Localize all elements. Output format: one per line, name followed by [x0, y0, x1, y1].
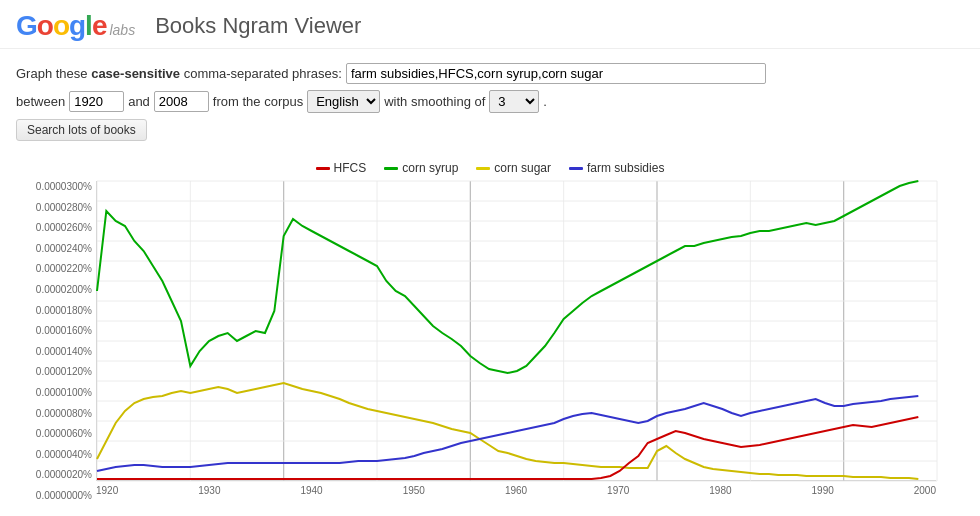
phrase-label-prefix: Graph these [16, 66, 91, 81]
y-axis-label: 0.0000220% [36, 263, 92, 274]
smoothing-label: with smoothing of [384, 94, 485, 109]
x-axis: 192019301940195019601970198019902000 [96, 483, 936, 496]
plot-area [96, 181, 936, 481]
x-axis-label: 1950 [403, 485, 425, 496]
legend-item: farm subsidies [569, 161, 664, 175]
chart-area: HFCScorn syrupcorn sugarfarm subsidies 0… [0, 155, 980, 511]
google-logo: Google [16, 10, 106, 42]
smoothing-select[interactable]: 3 [489, 90, 539, 113]
phrase-label: Graph these case-sensitive comma-separat… [16, 66, 342, 81]
legend-label: farm subsidies [587, 161, 664, 175]
logo-l: l [85, 10, 92, 41]
y-axis: 0.0000300%0.0000280%0.0000260%0.0000240%… [16, 181, 96, 501]
legend-item: HFCS [316, 161, 367, 175]
y-axis-label: 0.0000260% [36, 222, 92, 233]
period: . [543, 94, 547, 109]
logo-o1: o [37, 10, 53, 41]
logo-e: e [92, 10, 107, 41]
phrase-input[interactable] [346, 63, 766, 84]
phrase-row: Graph these case-sensitive comma-separat… [16, 63, 964, 84]
y-axis-label: 0.0000120% [36, 366, 92, 377]
legend-color-swatch [476, 167, 490, 170]
y-axis-label: 0.0000100% [36, 387, 92, 398]
chart-legend: HFCScorn syrupcorn sugarfarm subsidies [16, 161, 964, 175]
phrase-label-suffix: comma-separated phrases: [180, 66, 342, 81]
controls-panel: Graph these case-sensitive comma-separat… [0, 49, 980, 155]
header: Google labs Books Ngram Viewer [0, 0, 980, 49]
logo-g2: g [69, 10, 85, 41]
corpus-label: from the corpus [213, 94, 303, 109]
labs-label: labs [109, 22, 135, 38]
app-title: Books Ngram Viewer [155, 13, 361, 39]
y-axis-label: 0.0000040% [36, 449, 92, 460]
y-axis-label: 0.0000000% [36, 490, 92, 501]
y-axis-label: 0.0000240% [36, 243, 92, 254]
x-axis-label: 1970 [607, 485, 629, 496]
legend-item: corn sugar [476, 161, 551, 175]
legend-label: corn sugar [494, 161, 551, 175]
y-axis-label: 0.0000020% [36, 469, 92, 480]
y-axis-label: 0.0000180% [36, 305, 92, 316]
y-axis-label: 0.0000200% [36, 284, 92, 295]
options-row: between and from the corpus English with… [16, 90, 964, 113]
chart-svg [97, 181, 936, 480]
y-axis-label: 0.0000140% [36, 346, 92, 357]
legend-color-swatch [316, 167, 330, 170]
to-year-input[interactable] [154, 91, 209, 112]
x-axis-label: 2000 [914, 485, 936, 496]
and-label: and [128, 94, 150, 109]
x-axis-label: 1990 [812, 485, 834, 496]
phrase-label-bold: case-sensitive [91, 66, 180, 81]
legend-color-swatch [569, 167, 583, 170]
search-row: Search lots of books [16, 119, 964, 141]
chart-container: 0.0000300%0.0000280%0.0000260%0.0000240%… [16, 181, 936, 501]
x-axis-label: 1930 [198, 485, 220, 496]
y-axis-label: 0.0000080% [36, 408, 92, 419]
x-axis-label: 1920 [96, 485, 118, 496]
from-year-input[interactable] [69, 91, 124, 112]
search-button[interactable]: Search lots of books [16, 119, 147, 141]
x-axis-label: 1940 [300, 485, 322, 496]
y-axis-label: 0.0000160% [36, 325, 92, 336]
y-axis-label: 0.0000300% [36, 181, 92, 192]
x-axis-label: 1960 [505, 485, 527, 496]
legend-label: HFCS [334, 161, 367, 175]
y-axis-label: 0.0000280% [36, 202, 92, 213]
legend-item: corn syrup [384, 161, 458, 175]
x-axis-label: 1980 [709, 485, 731, 496]
logo-o2: o [53, 10, 69, 41]
logo-g: G [16, 10, 37, 41]
between-label: between [16, 94, 65, 109]
legend-label: corn syrup [402, 161, 458, 175]
corpus-select[interactable]: English [307, 90, 380, 113]
legend-color-swatch [384, 167, 398, 170]
y-axis-label: 0.0000060% [36, 428, 92, 439]
